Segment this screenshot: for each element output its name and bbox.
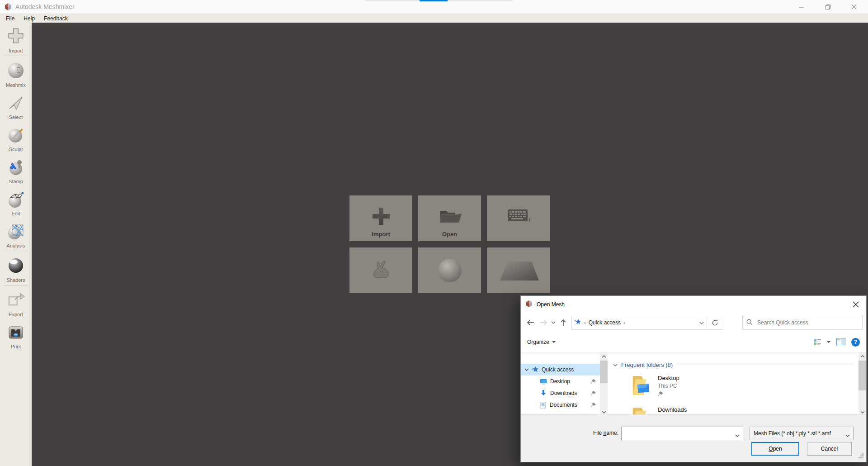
tool-sidebar: Import Meshmix Select <box>0 23 32 466</box>
scroll-up-arrow[interactable] <box>600 352 608 360</box>
organize-button[interactable]: Organize <box>527 339 556 345</box>
recent-locations-chevron[interactable] <box>550 316 557 329</box>
sculpt-brush-icon <box>7 126 25 146</box>
bunny-model-icon <box>370 261 392 281</box>
navigation-tree: Quick access Desktop <box>521 352 600 416</box>
scroll-up-arrow[interactable] <box>859 352 866 360</box>
open-mesh-dialog: Open Mesh › Quick access <box>520 295 867 462</box>
sidebar-item-export[interactable]: Export <box>0 286 32 319</box>
refresh-button[interactable] <box>707 316 723 330</box>
search-input[interactable] <box>756 319 859 326</box>
export-icon <box>7 291 25 311</box>
shaders-sphere-icon <box>7 257 25 276</box>
meshmixer-logo-icon <box>4 3 12 11</box>
dialog-footer: File name: Mesh Files (*.obj *.ply *.stl… <box>521 414 866 462</box>
dialog-content: Quick access Desktop <box>521 352 866 416</box>
sidebar-item-select[interactable]: Select <box>0 89 32 121</box>
dialog-title-bar[interactable]: Open Mesh <box>521 296 866 313</box>
quick-access-star-icon <box>575 319 581 327</box>
view-mode-caret-icon <box>827 341 830 343</box>
menu-feedback[interactable]: Feedback <box>39 15 72 22</box>
desktop-folder-icon <box>632 374 651 398</box>
group-collapse-chevron[interactable] <box>613 364 618 366</box>
tile-sphere[interactable] <box>418 247 481 293</box>
file-name-dropdown-chevron[interactable] <box>735 432 740 438</box>
sidebar-item-meshmix[interactable]: Meshmix <box>0 57 32 89</box>
tree-item-documents[interactable]: Documents <box>521 399 600 411</box>
breadcrumb-quick-access[interactable]: Quick access <box>589 319 621 326</box>
group-header-rule <box>677 365 854 365</box>
open-folder-icon <box>438 207 462 225</box>
tile-open[interactable]: Open <box>418 195 481 241</box>
sidebar-item-edit[interactable]: Edit <box>0 185 32 218</box>
dialog-close-button[interactable] <box>849 298 863 311</box>
pin-icon <box>591 403 596 408</box>
organize-caret-icon <box>552 341 556 343</box>
cancel-button[interactable]: Cancel <box>807 442 852 456</box>
title-progress-bar <box>365 0 513 1</box>
menu-bar: File Help Feedback <box>0 14 868 23</box>
scrollbar-thumb[interactable] <box>859 361 866 390</box>
folder-item-desktop[interactable]: Desktop This PC <box>613 374 859 398</box>
up-button[interactable] <box>557 316 570 329</box>
edit-wireframe-icon <box>7 190 25 210</box>
files-scrollbar[interactable] <box>859 352 866 416</box>
sidebar-item-print[interactable]: Print <box>0 319 32 351</box>
dialog-logo-icon <box>525 300 533 309</box>
sidebar-item-shaders[interactable]: Shaders <box>0 252 32 284</box>
meshmix-sphere-icon <box>7 62 25 81</box>
analysis-mesh-icon <box>7 222 25 242</box>
sidebar-item-import[interactable]: Import <box>0 23 32 55</box>
documents-file-icon <box>540 402 547 409</box>
tree-item-desktop[interactable]: Desktop <box>521 376 600 387</box>
back-button[interactable] <box>524 316 537 329</box>
help-button[interactable]: ? <box>851 338 860 347</box>
group-header[interactable]: Frequent folders (8) <box>613 361 859 368</box>
search-icon <box>746 319 753 327</box>
forward-button[interactable] <box>537 316 550 329</box>
file-name-input[interactable] <box>623 428 732 439</box>
sidebar-separator <box>4 56 28 56</box>
files-pane: Frequent folders (8) Desktop This P <box>608 352 859 416</box>
tree-item-quick-access[interactable]: Quick access <box>521 364 600 376</box>
file-type-dropdown[interactable]: Mesh Files (*.obj *.ply *.stl *.amf <box>750 427 854 440</box>
file-name-label: File name: <box>539 430 618 436</box>
close-window-button[interactable] <box>841 0 867 14</box>
dialog-nav-bar: › Quick access › <box>521 313 866 332</box>
sidebar-separator <box>4 251 28 251</box>
pin-icon <box>658 391 679 398</box>
import-plus-icon <box>371 206 391 226</box>
downloads-arrow-icon <box>540 390 547 397</box>
print-3d-icon <box>7 323 25 343</box>
app-title-bar: Autodesk Meshmixer <box>0 0 868 14</box>
minimize-button[interactable] <box>788 0 815 14</box>
tile-shortcuts[interactable]: i <box>487 195 550 241</box>
menu-help[interactable]: Help <box>19 15 39 22</box>
address-bar[interactable]: › Quick access › <box>571 316 707 330</box>
resize-grip[interactable] <box>858 453 864 460</box>
open-button[interactable]: Open <box>751 442 799 456</box>
breadcrumb-chevron: › <box>584 320 586 325</box>
restore-button[interactable] <box>815 0 841 14</box>
tree-item-downloads[interactable]: Downloads <box>521 387 600 399</box>
scrollbar-thumb[interactable] <box>600 361 608 383</box>
tile-import[interactable]: Import <box>349 195 412 241</box>
tile-bunny[interactable] <box>349 247 412 293</box>
address-dropdown-chevron[interactable] <box>699 319 704 326</box>
sidebar-item-analysis[interactable]: Analysis <box>0 218 32 250</box>
search-box[interactable] <box>742 316 863 330</box>
view-mode-button[interactable] <box>813 338 830 346</box>
sidebar-item-stamp[interactable]: Stamp <box>0 153 32 185</box>
preview-pane-button[interactable] <box>836 338 845 347</box>
title-progress-fill <box>420 0 448 1</box>
shortcut-hint-label: i <box>529 217 530 223</box>
menu-file[interactable]: File <box>1 15 19 22</box>
tile-plane[interactable] <box>487 247 550 293</box>
file-name-combobox[interactable] <box>621 427 743 440</box>
sidebar-item-sculpt[interactable]: Sculpt <box>0 121 32 153</box>
expander-chevron-icon[interactable] <box>524 368 529 371</box>
breadcrumb-chevron: › <box>623 320 625 325</box>
desktop-monitor-icon <box>540 378 547 385</box>
tree-scrollbar[interactable] <box>600 352 608 416</box>
sidebar-separator <box>4 285 28 285</box>
